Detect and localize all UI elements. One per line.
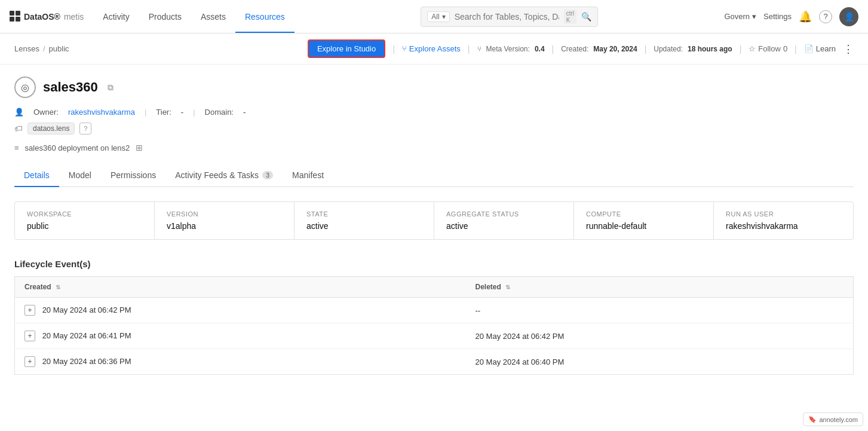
owner-label: Owner: — [33, 108, 59, 117]
table-row: + 20 May 2024 at 06:42 PM -- — [15, 298, 854, 323]
domain-label: Domain: — [205, 108, 234, 117]
created-cell-3: + 20 May 2024 at 06:36 PM — [15, 349, 466, 375]
search-filter-badge[interactable]: All ▾ — [427, 11, 449, 22]
lifecycle-col-created[interactable]: Created ⇅ — [15, 277, 466, 298]
details-cell-state: State active — [295, 202, 434, 239]
learn-label: Learn — [816, 44, 836, 53]
sort-deleted-icon: ⇅ — [505, 284, 510, 291]
star-icon: ☆ — [749, 44, 756, 53]
workspace-value: public — [27, 221, 142, 231]
follow-count: 0 — [783, 44, 787, 53]
meta-version-icon: ⑂ — [477, 45, 481, 53]
tags-row: 🏷 dataos.lens ? — [14, 123, 854, 135]
search-filter-label: All — [431, 13, 439, 21]
compute-label: Compute — [586, 210, 701, 218]
nav-right-actions: Govern ▾ Settings 🔔 ? 👤 — [724, 7, 858, 26]
updated-label: Updated: — [654, 45, 683, 53]
person-icon: 👤 — [14, 108, 24, 117]
nav-link-assets[interactable]: Assets — [191, 0, 235, 33]
logo-sub: metis — [64, 12, 84, 22]
breadcrumb-lenses[interactable]: Lenses — [14, 44, 39, 53]
aggregate-status-label: Aggregate Status — [446, 210, 562, 218]
deleted-cell-3: 20 May 2024 at 06:40 PM — [466, 349, 854, 375]
details-cell-aggregate-status: Aggregate Status active — [434, 202, 574, 239]
app-logo[interactable]: DataOS® metis — [10, 11, 84, 23]
updated-value: 18 hours ago — [688, 45, 732, 53]
tag-item[interactable]: dataos.lens — [27, 123, 75, 135]
search-bar: All ▾ ctrl K 🔍 — [421, 7, 598, 27]
avatar-icon: 👤 — [844, 12, 854, 22]
details-cell-workspace: Workspace public — [15, 202, 155, 239]
tab-permissions[interactable]: Permissions — [101, 164, 165, 187]
compute-value: runnable-default — [586, 221, 701, 231]
details-cell-run-as-user: Run As User rakeshvishvakarma — [714, 202, 853, 239]
run-as-user-label: Run As User — [726, 210, 841, 218]
breadcrumb-separator: / — [43, 44, 45, 53]
settings-link[interactable]: Settings — [763, 12, 792, 21]
main-content: ◎ sales360 ⧉ 👤 Owner: rakeshvishvakarma … — [0, 65, 868, 375]
tag-question-icon[interactable]: ? — [79, 123, 91, 135]
tab-details[interactable]: Details — [14, 164, 59, 187]
settings-label: Settings — [763, 12, 792, 21]
kbd-hint: ctrl K — [564, 10, 576, 24]
description-edit-icon[interactable]: ⊞ — [136, 143, 143, 152]
follow-button[interactable]: ☆ Follow 0 — [749, 44, 787, 53]
learn-button[interactable]: 📄 Learn — [804, 44, 836, 53]
domain-value: - — [243, 108, 246, 117]
sort-created-icon: ⇅ — [56, 284, 60, 291]
table-row: + 20 May 2024 at 06:36 PM 20 May 2024 at… — [15, 349, 854, 375]
svg-rect-0 — [10, 11, 14, 16]
expand-row-3[interactable]: + — [24, 356, 35, 367]
lifecycle-col-deleted[interactable]: Deleted ⇅ — [466, 277, 854, 298]
breadcrumb-actions: Explore in Studio | ⑂ Explore Assets | ⑂… — [308, 39, 854, 58]
svg-rect-3 — [16, 17, 20, 22]
nav-links: Activity Products Assets Resources — [93, 0, 295, 33]
govern-menu[interactable]: Govern ▾ — [724, 12, 756, 21]
search-input[interactable] — [455, 12, 559, 22]
chevron-down-icon: ▾ — [442, 13, 446, 21]
explore-studio-button[interactable]: Explore in Studio — [308, 39, 385, 58]
meta-version-label: Meta Version: — [486, 45, 530, 53]
owner-value[interactable]: rakeshvishvakarma — [68, 108, 135, 117]
explore-assets-button[interactable]: ⑂ Explore Assets — [402, 44, 461, 53]
deleted-cell-1: -- — [466, 298, 854, 323]
bell-icon[interactable]: 🔔 — [799, 10, 812, 23]
nav-link-activity[interactable]: Activity — [93, 0, 139, 33]
description-icon: ≡ — [14, 143, 19, 152]
owner-row: 👤 Owner: rakeshvishvakarma | Tier: - | D… — [14, 108, 854, 117]
deleted-cell-2: 20 May 2024 at 06:42 PM — [466, 323, 854, 349]
created-info: Created: May 20, 2024 — [561, 45, 637, 53]
breadcrumb-public: public — [49, 44, 69, 53]
explore-assets-icon: ⑂ — [402, 44, 407, 53]
tab-activity-feeds[interactable]: Activity Feeds & Tasks 3 — [165, 164, 283, 187]
svg-rect-1 — [16, 11, 20, 16]
more-options-button[interactable]: ⋮ — [843, 42, 854, 56]
help-icon[interactable]: ? — [819, 10, 832, 23]
workspace-label: Workspace — [27, 210, 142, 218]
search-icon[interactable]: 🔍 — [581, 12, 591, 22]
tabs: Details Model Permissions Activity Feeds… — [14, 164, 854, 187]
state-label: State — [306, 210, 422, 218]
nav-link-resources[interactable]: Resources — [235, 0, 295, 33]
avatar[interactable]: 👤 — [839, 7, 858, 26]
nav-link-products[interactable]: Products — [139, 0, 191, 33]
created-cell-2: + 20 May 2024 at 06:41 PM — [15, 323, 466, 349]
aggregate-status-value: active — [446, 221, 562, 231]
tab-manifest[interactable]: Manifest — [283, 164, 333, 187]
lifecycle-table: Created ⇅ Deleted ⇅ + 20 May 2024 at 06:… — [14, 276, 854, 375]
logo-text: DataOS® — [24, 12, 60, 22]
copy-icon[interactable]: ⧉ — [108, 82, 114, 93]
expand-row-2[interactable]: + — [24, 331, 35, 341]
top-navigation: DataOS® metis Activity Products Assets R… — [0, 0, 868, 33]
details-cell-version: Version v1alpha — [155, 202, 295, 239]
tab-model[interactable]: Model — [59, 164, 101, 187]
explore-assets-label: Explore Assets — [409, 44, 461, 53]
tab-activity-badge: 3 — [262, 171, 273, 179]
resource-header: ◎ sales360 ⧉ — [14, 77, 854, 98]
meta-version-value: 0.4 — [535, 45, 545, 53]
expand-row-1[interactable]: + — [24, 305, 35, 316]
learn-icon: 📄 — [804, 44, 814, 53]
lifecycle-title: Lifecycle Event(s) — [14, 259, 854, 269]
created-value: May 20, 2024 — [593, 45, 637, 53]
tier-label: Tier: — [156, 108, 171, 117]
